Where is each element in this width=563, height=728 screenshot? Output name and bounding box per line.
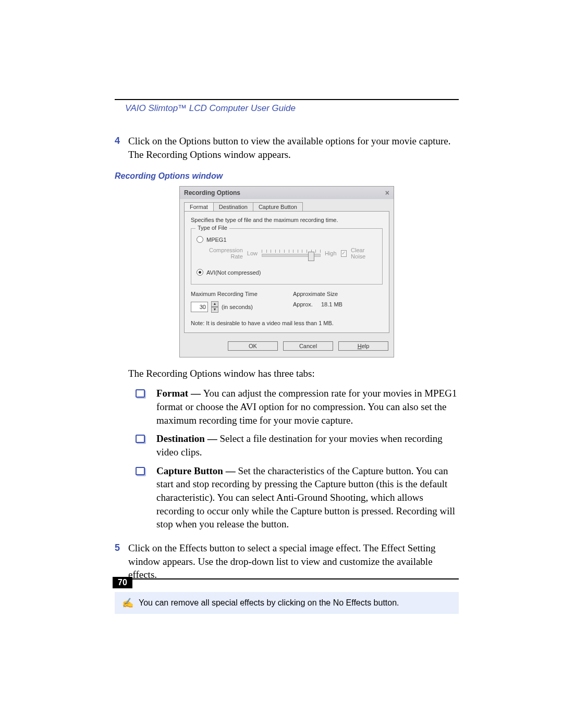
tip-text: You can remove all special effects by cl… — [139, 598, 399, 608]
max-rec-time-head: Maximum Recording Time — [191, 291, 280, 297]
list-item: Format — You can adjust the compression … — [136, 387, 459, 427]
compression-label: Compression Rate — [209, 247, 243, 260]
approx-label: Approx. — [293, 301, 313, 307]
seconds-input[interactable]: 30 — [191, 302, 208, 312]
bullet-list: Format — You can adjust the compression … — [136, 387, 459, 530]
radio-icon[interactable] — [197, 269, 203, 276]
slider-thumb[interactable] — [308, 252, 314, 261]
compression-slider[interactable] — [262, 250, 321, 257]
group-title-type: Type of File — [195, 225, 229, 231]
tab-destination[interactable]: Destination — [213, 202, 253, 211]
step-5: 5 Click on the Effects button to select … — [115, 541, 459, 582]
page-number: 70 — [113, 577, 132, 588]
dialog-titlebar: Recording Options × — [180, 187, 394, 199]
approx-size-head: Approximate Size — [293, 291, 383, 297]
top-rule — [115, 99, 459, 100]
tab-format[interactable]: Format — [184, 202, 214, 211]
step-4: 4 Click on the Options button to view th… — [115, 134, 459, 161]
approx-row: Approx. 18.1 MB — [293, 301, 383, 307]
step-number: 4 — [115, 134, 128, 161]
slider-track — [262, 254, 321, 257]
slider-high-label: High — [325, 250, 337, 256]
step-number: 5 — [115, 541, 128, 582]
page-footer: 70 — [115, 578, 459, 579]
compression-label-a: Compression — [209, 247, 243, 253]
list-item: Capture Button — Set the characteristics… — [136, 464, 459, 531]
tabs-intro-text: The Recording Options window has three t… — [128, 368, 459, 379]
step-text: Click on the Effects button to select a … — [128, 541, 459, 582]
seconds-label: (in seconds) — [222, 304, 253, 310]
spec-text: Specifies the type of file and the maxim… — [191, 217, 383, 223]
radio-avi-label: AVI(Not compressed) — [206, 269, 261, 276]
list-item: Destination — Select a file destination … — [136, 432, 459, 459]
dialog-wrap: Recording Options × Format Destination C… — [115, 186, 459, 357]
clear-noise-label: Clear Noise — [351, 247, 377, 260]
doc-header-title: VAIO Slimtop™ LCD Computer User Guide — [125, 103, 459, 114]
bullet-head-capture: Capture Button — — [156, 465, 238, 476]
cancel-button[interactable]: Cancel — [283, 341, 333, 351]
approx-value: 18.1 MB — [321, 301, 342, 307]
compression-label-b: Rate — [209, 253, 243, 260]
clear-noise-checkbox[interactable]: ✓ — [341, 250, 347, 257]
chevron-up-icon[interactable]: ▲ — [211, 301, 218, 307]
figure-caption: Recording Options window — [115, 171, 459, 181]
max-rec-time-col: Maximum Recording Time 30 ▲ ▼ (in second… — [191, 291, 280, 313]
close-icon[interactable]: × — [385, 189, 389, 197]
type-of-file-group: Type of File MPEG1 Compression Rate Low — [191, 228, 383, 285]
dialog-note: Note: It is desirable to have a video ma… — [191, 320, 383, 326]
note-icon: ✍ — [122, 597, 133, 609]
slider-low-label: Low — [247, 250, 258, 256]
seconds-spinner[interactable]: 30 ▲ ▼ (in seconds) — [191, 301, 253, 313]
document-page: VAIO Slimtop™ LCD Computer User Guide 4 … — [0, 0, 563, 728]
dialog-tabs: Format Destination Capture Button — [180, 199, 394, 211]
help-button[interactable]: Help — [338, 341, 388, 351]
dialog-title: Recording Options — [184, 189, 240, 196]
radio-mpeg1-label: MPEG1 — [206, 237, 227, 243]
check-icon: ✓ — [341, 251, 346, 256]
footer-rule — [115, 578, 459, 579]
bullet-head-destination: Destination — — [156, 433, 219, 444]
time-size-row: Maximum Recording Time 30 ▲ ▼ (in second… — [191, 291, 383, 313]
tab-panel-format: Specifies the type of file and the maxim… — [184, 211, 389, 333]
recording-options-dialog: Recording Options × Format Destination C… — [179, 186, 394, 357]
compression-row: Compression Rate Low High — [197, 245, 377, 262]
radio-mpeg1-row[interactable]: MPEG1 — [197, 236, 377, 243]
approx-size-col: Approximate Size Approx. 18.1 MB — [293, 291, 383, 313]
step-text: Click on the Options button to view the … — [128, 134, 459, 161]
ok-button[interactable]: OK — [228, 341, 278, 351]
spinner-buttons[interactable]: ▲ ▼ — [211, 301, 218, 313]
chevron-down-icon[interactable]: ▼ — [211, 307, 218, 313]
bullet-head-format: Format — — [156, 388, 203, 399]
help-label-rest: elp — [362, 343, 370, 349]
radio-icon[interactable] — [197, 236, 203, 243]
radio-avi-row[interactable]: AVI(Not compressed) — [197, 269, 377, 276]
radio-dot-icon — [199, 271, 201, 274]
tip-box: ✍ You can remove all special effects by … — [115, 592, 459, 614]
tab-capture-button[interactable]: Capture Button — [253, 202, 303, 211]
dialog-buttons: OK Cancel Help — [180, 337, 394, 357]
